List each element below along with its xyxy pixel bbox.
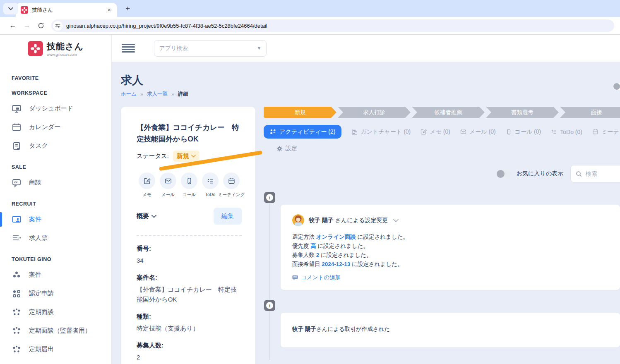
- brand-domain: www.ginosan.com: [47, 53, 84, 57]
- sidebar-item-periodic-interview-supervisor[interactable]: 定期面談（監督者用）: [0, 321, 111, 340]
- dotted-circle-icon: [12, 307, 22, 317]
- task-clipboard-icon: [12, 141, 22, 151]
- todo-action-button[interactable]: ToDo: [200, 172, 221, 198]
- field-value: 特定技能（支援あり）: [137, 323, 242, 333]
- activity-search-input[interactable]: [586, 170, 620, 177]
- browser-toolbar: ← → ginosan.alphacep.co.jp/hiring_projec…: [0, 17, 620, 35]
- mail-action-button[interactable]: メール: [158, 172, 178, 198]
- app-search-input[interactable]: [159, 45, 257, 51]
- activity-timeline: i 牧子 陽子 さんによる設定変更 選定: [264, 192, 620, 347]
- field-label: 種類:: [137, 313, 242, 321]
- sidebar-item-label: ダッシュボード: [29, 105, 73, 113]
- tab-todo[interactable]: ToDo (0): [551, 129, 582, 135]
- sidebar-item-tasks[interactable]: タスク: [0, 136, 111, 155]
- reload-icon[interactable]: [34, 22, 48, 29]
- breadcrumb-list[interactable]: 求人一覧: [147, 91, 168, 98]
- memo-action-button[interactable]: メモ: [137, 172, 157, 198]
- url-text: ginosan.alphacep.co.jp/hiring_project/9f…: [66, 23, 267, 29]
- app-search-select[interactable]: ▼: [154, 40, 267, 57]
- info-icon: i: [264, 192, 275, 203]
- breadcrumb-separator: »: [140, 91, 143, 97]
- meeting-calendar-icon: [592, 129, 598, 135]
- status-badge[interactable]: 新規: [173, 151, 199, 162]
- edit-button[interactable]: 編集: [214, 208, 242, 225]
- breadcrumb: ホーム » 求人一覧 » 詳細: [121, 91, 620, 98]
- partial-toggle[interactable]: [613, 83, 620, 90]
- activity-card: 牧子 陽子 さんによる設定変更 選定方法 オンライン面談 に設定されました。 優…: [281, 205, 620, 290]
- sidebar-item-negotiation[interactable]: 商談: [0, 173, 111, 192]
- list-quote-icon: [12, 233, 22, 243]
- sidebar-item-periodic-report[interactable]: 定期届出: [0, 340, 111, 359]
- tab-search-chevron-button[interactable]: [3, 3, 18, 14]
- tab-meeting[interactable]: ミーティング (0): [592, 128, 620, 136]
- favorites-toggle[interactable]: [496, 170, 511, 177]
- field-number: 番号: 34: [137, 245, 242, 265]
- phone-icon: [506, 129, 512, 135]
- sidebar-item-periodic-interview[interactable]: 定期面談: [0, 303, 111, 321]
- section-sale: SALE: [0, 164, 111, 170]
- activity-icon: [270, 129, 276, 135]
- gear-icon: [276, 146, 283, 152]
- comment-link-label: コメントの追加: [301, 274, 341, 281]
- sidebar-item-label: 定期面談（監督者用）: [29, 327, 91, 335]
- stage-new[interactable]: 新規: [264, 107, 336, 118]
- field-value: 34: [137, 256, 242, 265]
- breadcrumb-home[interactable]: ホーム: [121, 91, 137, 98]
- brand-logo-icon: [28, 41, 43, 56]
- field-type: 種類: 特定技能（支援あり）: [137, 313, 242, 333]
- action-label: メール: [161, 192, 175, 198]
- sidebar-item-calendar[interactable]: カレンダー: [0, 118, 111, 136]
- tab-call[interactable]: コール (0): [506, 128, 541, 136]
- settings-label: 設定: [286, 145, 297, 152]
- action-label: メモ: [142, 192, 151, 198]
- tab-label: ToDo (0): [560, 129, 582, 135]
- add-comment-link[interactable]: コメントの追加: [292, 274, 608, 281]
- tab-activity[interactable]: アクティビティー (2): [264, 125, 341, 139]
- job-summary-card: 【外食業】ココイチカレー 特定技能国外からOK ステータス: 新規 メモ: [121, 107, 255, 364]
- back-icon[interactable]: ←: [6, 22, 20, 30]
- tab-mail[interactable]: メール (0): [460, 128, 496, 136]
- stage-document-screening[interactable]: 書類選考: [486, 107, 559, 118]
- author-name: 牧子 陽子: [292, 326, 316, 332]
- hamburger-menu-icon[interactable]: [122, 44, 135, 53]
- overview-toggle[interactable]: 概要: [137, 212, 156, 220]
- meeting-action-button[interactable]: ミーティング: [221, 172, 242, 198]
- activity-search[interactable]: [570, 165, 620, 182]
- tab-close-icon[interactable]: ×: [106, 6, 113, 14]
- tab-memo[interactable]: メモ (0): [421, 128, 450, 136]
- detail-panel: 新規 求人打診 候補者推薦 書類選考 面接 アクティビティー (2): [264, 107, 620, 364]
- stage-interview[interactable]: 面接: [560, 107, 620, 118]
- site-settings-icon[interactable]: [53, 21, 62, 31]
- sidebar-item-recruit-projects[interactable]: 案件: [0, 210, 111, 229]
- url-bar[interactable]: ginosan.alphacep.co.jp/hiring_project/9f…: [51, 19, 614, 32]
- changed-value: 2024-12-13: [322, 261, 350, 267]
- favorites-toggle-label: お気に入りの表示: [517, 170, 563, 177]
- chevron-down-icon: [8, 7, 13, 10]
- tab-gantt[interactable]: ガントチャート (0): [351, 128, 411, 136]
- change-line: 優先度 高 に設定されました。: [292, 242, 608, 251]
- stage-job-proposal[interactable]: 求人打診: [338, 107, 411, 118]
- sidebar-item-job-posting[interactable]: 求人票: [0, 229, 111, 247]
- memo-icon: [421, 129, 427, 135]
- browser-tab[interactable]: 技能さん ×: [16, 3, 117, 17]
- todo-icon: [551, 129, 557, 135]
- activity-header: 牧子 陽子 さんによる設定変更: [309, 217, 388, 224]
- section-recruit: RECRUIT: [0, 201, 111, 207]
- stage-candidate-recommendation[interactable]: 候補者推薦: [412, 107, 485, 118]
- section-favorite: FAVORITE: [0, 75, 111, 81]
- changed-value: オンライン面談: [316, 234, 356, 240]
- call-action-button[interactable]: コール: [179, 172, 199, 198]
- sidebar-item-tokutei-projects[interactable]: 案件: [0, 266, 111, 284]
- sidebar-item-certification[interactable]: 認定申請: [0, 284, 111, 303]
- brand-logo[interactable]: 技能さん www.ginosan.com: [0, 35, 111, 62]
- field-label: 番号:: [137, 245, 242, 253]
- new-tab-button[interactable]: +: [123, 4, 132, 13]
- forward-icon[interactable]: →: [20, 22, 34, 30]
- sidebar-item-dashboard[interactable]: ダッシュボード: [0, 99, 111, 118]
- chevron-down-icon[interactable]: [393, 219, 399, 222]
- settings-link[interactable]: 設定: [276, 145, 620, 152]
- meeting-calendar-icon: [223, 172, 240, 189]
- browser-tabstrip: 技能さん × +: [0, 0, 620, 17]
- phone-icon: [181, 172, 197, 189]
- activity-filter-bar: お気に入りの表示: [264, 165, 620, 182]
